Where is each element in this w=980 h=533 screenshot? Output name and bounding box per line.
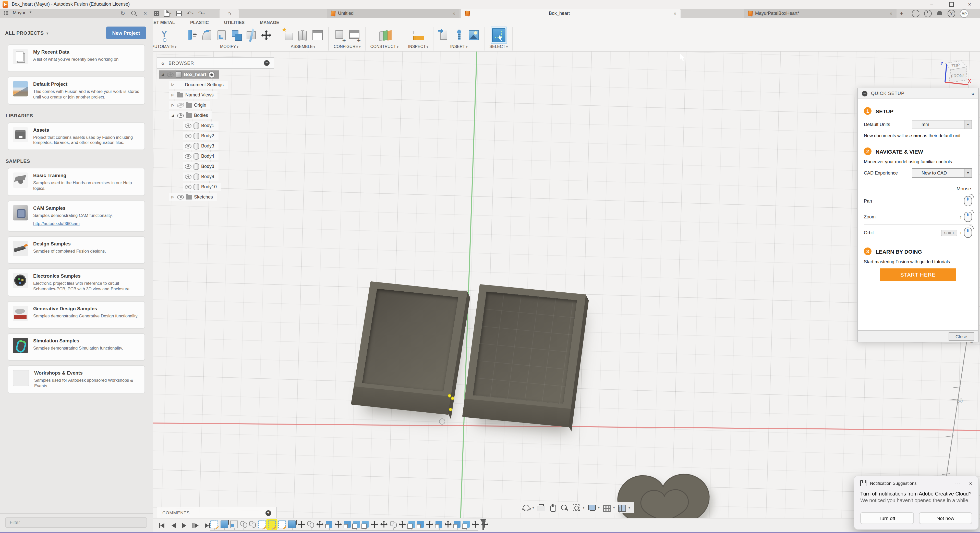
timeline-feature-move-18[interactable] [371, 521, 378, 528]
visibility-eye-icon[interactable] [185, 174, 191, 179]
start-here-button[interactable]: START HERE [880, 268, 956, 281]
ribbon-group-label[interactable]: INSERT ▾ [450, 44, 468, 49]
timeline-feature-move-19[interactable] [380, 521, 388, 528]
browser-item-body9[interactable]: Body9 [157, 173, 274, 183]
ribbon-group-label[interactable]: AUTOMATE ▾ [152, 44, 177, 49]
visibility-eye-icon[interactable] [185, 144, 191, 148]
project-card[interactable]: AssetsProject that contains assets used … [8, 122, 145, 150]
toast-button-not-now[interactable]: Not now [919, 512, 972, 524]
project-card[interactable]: CAM SamplesSamples demonstrating CAM fun… [8, 200, 145, 232]
shell-tool-icon[interactable] [216, 29, 228, 42]
save-icon[interactable] [175, 10, 183, 17]
collapse-panel-icon[interactable]: « [161, 60, 164, 66]
browser-options-icon[interactable]: – [264, 60, 270, 66]
collapsed-arrow-icon[interactable]: ▷ [170, 82, 175, 87]
browser-item-body10[interactable]: Body10 [157, 183, 274, 193]
browser-item-bodies[interactable]: ◢Bodies [157, 111, 274, 121]
project-card[interactable]: Default ProjectThis comes with Fusion an… [8, 76, 145, 104]
timeline-feature-move-26[interactable] [444, 521, 452, 528]
bom-tool-icon[interactable] [312, 29, 324, 42]
timeline-feature-combine-23[interactable] [417, 521, 424, 528]
timeline-feature-move-29[interactable] [472, 521, 479, 528]
activate-component-radio[interactable] [208, 71, 215, 78]
script-tool-icon[interactable] [158, 29, 170, 42]
visibility-eye-icon[interactable] [185, 164, 191, 169]
window-minimize-button[interactable]: – [925, 0, 939, 9]
ribbon-tab-utilities[interactable]: UTILITIES [223, 19, 246, 27]
home-tab-icon[interactable]: ⌂ [220, 9, 239, 18]
timeline-feature-newbody-22[interactable] [408, 521, 415, 528]
zoom-window-icon[interactable] [572, 503, 581, 512]
ribbon-group-label[interactable]: MODIFY ▾ [220, 44, 239, 49]
browser-item-document-settings[interactable]: ▷Document Settings [157, 81, 274, 91]
project-card[interactable]: Basic TrainingSamples used in the Hands-… [8, 168, 145, 196]
plane-tool-icon[interactable] [378, 29, 391, 42]
window-close-button[interactable]: × [963, 0, 976, 9]
timeline-feature-shell-3[interactable] [230, 520, 238, 528]
timeline-feature-combine-15[interactable] [344, 521, 351, 528]
document-tab-2[interactable]: Box_heart× [461, 9, 681, 18]
measure-tool-icon[interactable] [412, 29, 424, 42]
timeline-skip-end-button[interactable] [204, 522, 210, 529]
viewport-3d[interactable]: 100 50 TOP FRONT Z X [153, 51, 980, 518]
timeline-feature-sketch-7[interactable] [268, 520, 276, 528]
browser-item-body3[interactable]: Body3 [157, 142, 274, 152]
browser-item-sketches[interactable]: ▷Sketches [157, 193, 274, 203]
sync-icon[interactable]: ↻ [119, 10, 127, 17]
timeline-feature-move-24[interactable] [426, 521, 433, 528]
timeline-feature-sketch-1[interactable] [210, 520, 218, 528]
ribbon-group-label[interactable]: ASSEMBLE ▾ [291, 44, 315, 49]
search-icon[interactable] [130, 10, 138, 17]
timeline-play-button[interactable] [181, 522, 188, 529]
timeline-feature-sketch-6[interactable] [258, 520, 266, 528]
collapsed-arrow-icon[interactable]: ▷ [170, 93, 175, 97]
visibility-eye-icon[interactable] [177, 103, 184, 108]
visibility-eye-icon[interactable] [167, 72, 173, 77]
config-table-tool-icon[interactable] [348, 29, 361, 42]
sketch-circle[interactable] [439, 419, 445, 425]
document-tab-1[interactable]: Untitled× [327, 9, 460, 18]
project-card[interactable]: Simulation SamplesSamples demonstrating … [8, 333, 145, 361]
fillet-tool-icon[interactable] [201, 29, 213, 42]
timeline-feature-move-10[interactable] [298, 521, 305, 528]
ribbon-group-label[interactable]: CONFIGURE ▾ [334, 44, 360, 49]
close-button[interactable]: Close [948, 332, 974, 341]
insert-derive-tool-icon[interactable] [438, 29, 450, 42]
default-units-dropdown[interactable]: mm▼ [912, 120, 972, 129]
visibility-eye-icon[interactable] [185, 133, 191, 138]
display-settings-icon[interactable] [587, 503, 596, 512]
visibility-eye-icon[interactable] [177, 195, 184, 199]
ribbon-group-label[interactable]: INSPECT ▾ [408, 44, 428, 49]
timeline-feature-move-12[interactable] [316, 521, 323, 528]
new-document-tab-button[interactable]: + [897, 9, 906, 17]
toast-button-turn-off[interactable]: Turn off [860, 512, 914, 524]
zoom-icon[interactable] [561, 503, 569, 512]
timeline-feature-extrude-9[interactable] [288, 520, 296, 528]
browser-item-named-views[interactable]: ▷Named Views [157, 91, 274, 101]
add-comment-icon[interactable]: + [266, 510, 271, 516]
timeline-step-back-button[interactable] [170, 522, 177, 529]
data-panel-toggle-icon[interactable] [3, 11, 9, 16]
tab-close-icon[interactable]: × [673, 11, 676, 16]
timeline-feature-sketch-8[interactable] [278, 520, 286, 528]
cad-experience-dropdown[interactable]: New to CAD▼ [912, 168, 972, 178]
ribbon-group-label[interactable]: CONSTRUCT ▾ [371, 44, 398, 49]
new-project-button[interactable]: New Project [106, 27, 146, 39]
project-card[interactable]: Design SamplesSamples of completed Fusio… [8, 236, 145, 264]
toast-more-icon[interactable]: ··· [954, 481, 960, 486]
timeline-feature-copy-20[interactable] [390, 521, 396, 528]
window-maximize-button[interactable] [945, 0, 958, 9]
timeline-feature-copy-11[interactable] [307, 521, 314, 528]
look-at-icon[interactable] [537, 503, 546, 512]
new-file-icon[interactable]: ▾ [164, 10, 172, 17]
timeline-feature-newbody-16[interactable] [353, 521, 360, 528]
timeline-feature-combine-25[interactable] [436, 521, 442, 528]
help-icon[interactable]: ? [948, 10, 955, 17]
timeline-feature-newbody-28[interactable] [463, 521, 469, 528]
ribbon-tab-plastic[interactable]: PLASTIC [189, 19, 210, 27]
timeline-feature-copy-4[interactable] [240, 521, 247, 528]
tab-close-icon[interactable]: × [452, 11, 455, 16]
timeline-step-forward-button[interactable] [192, 522, 199, 529]
timeline-feature-combine-13[interactable] [326, 521, 332, 528]
visibility-eye-icon[interactable] [177, 113, 184, 117]
